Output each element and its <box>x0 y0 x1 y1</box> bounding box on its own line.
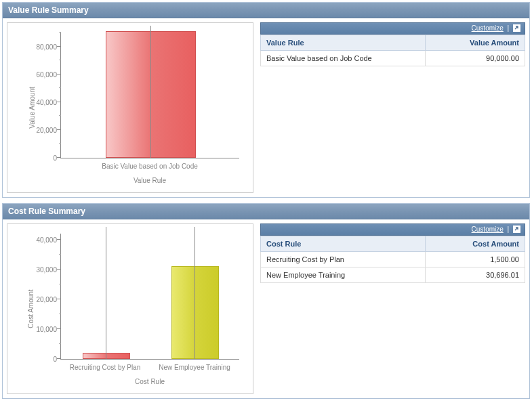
chart-ytick-label: 0 <box>53 154 57 162</box>
customize-link[interactable]: Customize <box>472 24 504 32</box>
svg-rect-0 <box>514 25 520 32</box>
chart-ytick-label: 60,000 <box>36 70 57 78</box>
chart-ytick-label: 20,000 <box>36 126 57 133</box>
chart-plot-area: 020,00040,00060,00080,000 <box>60 33 239 158</box>
chart-ytick-label: 80,000 <box>36 43 57 50</box>
cell-rule: Basic Value based on Job Code <box>261 51 426 66</box>
cell-amount: 30,696.01 <box>426 267 525 283</box>
svg-rect-1 <box>514 226 520 233</box>
chart-xticks: Value Rule Basic Value based on Job Code <box>60 160 239 187</box>
col-header-rule[interactable]: Value Rule <box>261 35 426 51</box>
popout-icon[interactable] <box>513 24 520 32</box>
value-table: Value Rule Value Amount Basic Value base… <box>260 35 525 66</box>
cell-rule: Recruiting Cost by Plan <box>261 252 426 267</box>
chart-ytick-label: 40,000 <box>36 98 57 106</box>
value-table-body: Basic Value based on Job Code90,000.00 <box>261 51 525 66</box>
chart-ytick-label: 0 <box>53 356 57 363</box>
table-row: New Employee Training30,696.01 <box>261 267 525 283</box>
table-row: Basic Value based on Job Code90,000.00 <box>261 51 525 66</box>
table-toolbar: Customize | <box>260 22 525 35</box>
chart-ylabel: Cost Amount <box>27 289 35 328</box>
chart-xlabel: Value Rule <box>134 177 166 184</box>
chart-plot-area: 010,00020,00030,00040,000 <box>60 234 239 360</box>
cost-table-body: Recruiting Cost by Plan1,500.00New Emplo… <box>261 252 525 283</box>
customize-link[interactable]: Customize <box>472 226 504 233</box>
chart-xtick-label: New Employee Training <box>159 364 230 371</box>
cell-rule: New Employee Training <box>261 267 426 283</box>
chart-xlabel: Cost Rule <box>135 378 165 385</box>
section-body: Cost Amount 010,00020,00030,00040,000 Co… <box>3 219 529 398</box>
cost-rule-summary-section: Cost Rule Summary Cost Amount 010,00020,… <box>2 203 530 399</box>
section-body: Value Amount 020,00040,00060,00080,000 V… <box>3 18 529 197</box>
chart-xtick-label: Basic Value based on Job Code <box>102 163 198 170</box>
chart-ytick-label: 10,000 <box>36 325 57 333</box>
section-header: Value Rule Summary <box>3 3 529 18</box>
chart-xtick-label: Recruiting Cost by Plan <box>70 364 141 371</box>
chart-ytick-label: 20,000 <box>36 295 57 303</box>
table-toolbar: Customize | <box>260 223 525 236</box>
value-rule-summary-section: Value Rule Summary Value Amount 020,0004… <box>2 2 530 198</box>
chart-xticks: Cost Rule Recruiting Cost by PlanNew Emp… <box>60 361 239 388</box>
cost-table: Cost Rule Cost Amount Recruiting Cost by… <box>260 236 525 283</box>
section-title: Value Rule Summary <box>8 5 89 15</box>
chart-ytick-label: 40,000 <box>36 236 57 243</box>
col-header-amount[interactable]: Cost Amount <box>426 236 525 252</box>
cell-amount: 90,000.00 <box>426 51 525 66</box>
section-title: Cost Rule Summary <box>8 207 85 216</box>
section-header: Cost Rule Summary <box>3 204 529 219</box>
chart-bar <box>106 31 197 158</box>
table-row: Recruiting Cost by Plan1,500.00 <box>261 252 525 267</box>
value-chart: Value Amount 020,00040,00060,00080,000 V… <box>7 22 253 193</box>
chart-ylabel: Value Amount <box>28 87 36 129</box>
col-header-amount[interactable]: Value Amount <box>426 35 525 51</box>
popout-icon[interactable] <box>513 226 520 233</box>
col-header-rule[interactable]: Cost Rule <box>261 236 426 252</box>
cost-table-wrap: Customize | Cost Rule Cost Amount Recrui… <box>260 223 525 394</box>
value-table-wrap: Customize | Value Rule Value Amount Basi… <box>260 22 525 193</box>
cell-amount: 1,500.00 <box>426 252 525 267</box>
chart-ytick-label: 30,000 <box>36 265 57 273</box>
cost-chart: Cost Amount 010,00020,00030,00040,000 Co… <box>7 223 253 394</box>
